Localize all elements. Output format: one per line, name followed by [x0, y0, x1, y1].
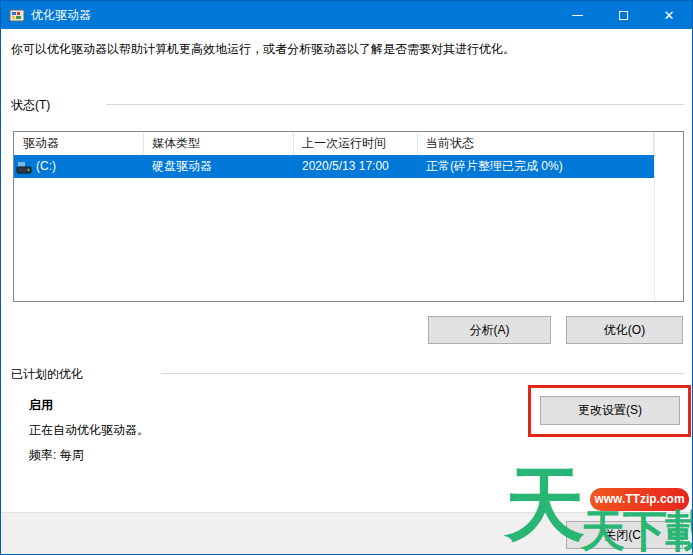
column-grid-line — [654, 132, 655, 301]
optimize-button[interactable]: 优化(O) — [566, 316, 683, 344]
status-section-divider — [106, 104, 684, 105]
drive-letter: (C:) — [36, 155, 56, 178]
scheduled-section-divider — [161, 373, 684, 374]
optimize-drives-window: 优化驱动器 ✕ 你可以优化驱动器以帮助计算机更高效地运行，或者分析驱动器以了解是… — [0, 0, 693, 555]
column-header-drive[interactable]: 驱动器 — [14, 132, 144, 155]
scheduled-detail-text: 正在自动优化驱动器。 — [29, 422, 149, 439]
table-row-drive-c[interactable]: (C:) 硬盘驱动器 2020/5/13 17:00 正常(碎片整理已完成 0%… — [14, 155, 654, 178]
drives-table[interactable]: 驱动器 媒体类型 上一次运行时间 当前状态 (C:) 硬盘驱动器 2020/5/… — [13, 131, 684, 302]
dialog-description: 你可以优化驱动器以帮助计算机更高效地运行，或者分析驱动器以了解是否需要对其进行优… — [11, 41, 682, 57]
cell-current-status: 正常(碎片整理已完成 0%) — [418, 155, 654, 178]
minimize-button[interactable] — [554, 1, 600, 29]
column-header-current-status[interactable]: 当前状态 — [418, 132, 654, 155]
cell-last-run: 2020/5/13 17:00 — [294, 155, 418, 178]
cell-media-type: 硬盘驱动器 — [144, 155, 294, 178]
defrag-app-icon — [9, 7, 25, 23]
scheduled-section-label: 已计划的优化 — [11, 366, 83, 383]
window-title: 优化驱动器 — [31, 7, 91, 24]
close-dialog-button[interactable]: 关闭(C) — [566, 521, 683, 549]
analyze-button[interactable]: 分析(A) — [428, 316, 551, 344]
status-section-label: 状态(T) — [11, 97, 50, 114]
change-settings-button[interactable]: 更改设置(S) — [540, 396, 680, 425]
scheduled-frequency-text: 频率: 每周 — [29, 447, 84, 464]
scheduled-state-text: 启用 — [29, 397, 53, 414]
maximize-button[interactable] — [600, 1, 646, 29]
window-controls: ✕ — [554, 1, 692, 29]
cell-drive: (C:) — [14, 155, 144, 178]
watermark-url-pill: www.TTzip.com — [590, 488, 689, 511]
drives-table-header: 驱动器 媒体类型 上一次运行时间 当前状态 — [14, 132, 683, 155]
close-window-button[interactable]: ✕ — [646, 1, 692, 29]
titlebar[interactable]: 优化驱动器 ✕ — [1, 1, 692, 29]
maximize-icon — [619, 11, 628, 20]
column-header-last-run[interactable]: 上一次运行时间 — [294, 132, 418, 155]
minimize-icon — [572, 15, 583, 16]
hard-drive-icon — [16, 160, 32, 174]
column-header-media-type[interactable]: 媒体类型 — [144, 132, 294, 155]
close-icon: ✕ — [664, 9, 675, 22]
